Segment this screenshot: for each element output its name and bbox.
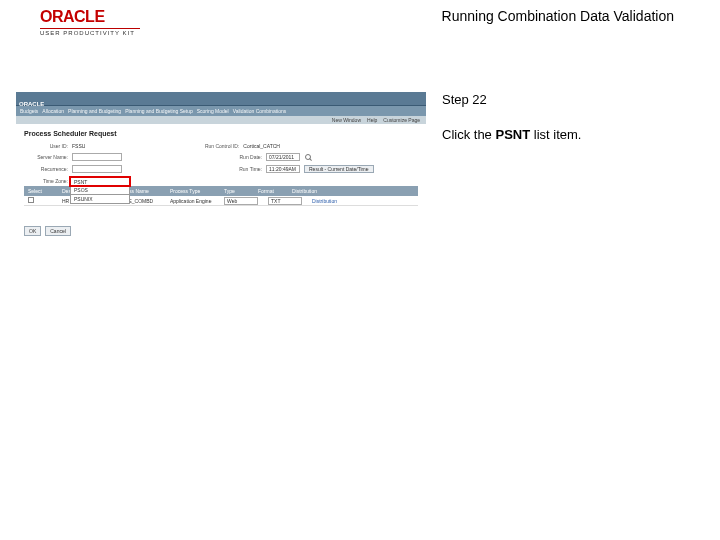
step-number: Step 22: [442, 92, 704, 107]
process-request-panel: Process Scheduler Request User ID: FSSU …: [16, 124, 426, 242]
crumb[interactable]: Planning and Budgeting Setup: [125, 108, 193, 114]
server-name-dropdown[interactable]: [72, 153, 122, 161]
new-window-link[interactable]: New Window: [332, 117, 361, 123]
calendar-icon[interactable]: [305, 154, 311, 160]
server-name-label: Server Name:: [24, 154, 68, 160]
ok-button[interactable]: OK: [24, 226, 41, 236]
instruction-suffix: list item.: [530, 127, 581, 142]
cancel-button[interactable]: Cancel: [45, 226, 71, 236]
app-header-bar: ORACLE: [16, 92, 426, 106]
upk-subtitle: USER PRODUCTIVITY KIT: [40, 30, 140, 36]
crumb[interactable]: Allocation: [42, 108, 64, 114]
oracle-mini-logo: ORACLE: [16, 101, 44, 107]
upk-logo: ORACLE USER PRODUCTIVITY KIT: [40, 8, 140, 36]
col-process-type: Process Type: [170, 188, 214, 194]
instruction-panel: Step 22 Click the PSNT list item.: [442, 92, 704, 242]
dropdown-item-psos[interactable]: PSOS: [70, 186, 130, 195]
utility-links: New Window Help Customize Page: [16, 116, 426, 124]
col-format: Format: [258, 188, 282, 194]
instruction-prefix: Click the: [442, 127, 495, 142]
run-date-label: Run Date:: [218, 154, 262, 160]
panel-title: Process Scheduler Request: [24, 130, 418, 137]
timezone-label: Time Zone:: [24, 178, 68, 184]
run-date-input[interactable]: 07/21/2011: [266, 153, 300, 161]
run-control-value: Cortical_CATCH: [243, 143, 280, 149]
logo-underline: [40, 28, 140, 29]
run-time-input[interactable]: 11:20:49AM: [266, 165, 300, 173]
recurrence-dropdown[interactable]: [72, 165, 122, 173]
row-format-select[interactable]: TXT: [268, 197, 302, 205]
embedded-app-screenshot: ORACLE Budgets Allocation Planning and B…: [16, 92, 426, 242]
row-type-select[interactable]: Web: [224, 197, 258, 205]
run-control-label: Run Control ID:: [195, 143, 239, 149]
help-link[interactable]: Help: [367, 117, 377, 123]
run-time-label: Run Time:: [218, 166, 262, 172]
dropdown-item-psunix[interactable]: PSUNIX: [70, 195, 130, 204]
customize-link[interactable]: Customize Page: [383, 117, 420, 123]
reset-time-button[interactable]: Result - Current Date/Time: [304, 165, 374, 173]
crumb[interactable]: Validation Combinations: [233, 108, 287, 114]
row-distribution-link[interactable]: Distribution: [312, 198, 356, 204]
breadcrumb-bar: Budgets Allocation Planning and Budgetin…: [16, 106, 426, 116]
row-checkbox[interactable]: [28, 197, 34, 203]
step-instruction: Click the PSNT list item.: [442, 127, 704, 144]
col-distribution: Distribution: [292, 188, 336, 194]
oracle-wordmark: ORACLE: [40, 8, 140, 26]
crumb[interactable]: Budgets: [20, 108, 38, 114]
crumb[interactable]: Planning and Budgeting: [68, 108, 121, 114]
server-dropdown-list: PSNT PSOS PSUNIX: [70, 177, 130, 204]
row-select-cell[interactable]: [28, 197, 52, 204]
crumb[interactable]: Scoring Model: [197, 108, 229, 114]
user-id-label: User ID:: [24, 143, 68, 149]
row-process-type: Application Engine: [170, 198, 214, 204]
instruction-target: PSNT: [495, 127, 530, 142]
dropdown-item-psnt[interactable]: PSNT: [70, 177, 130, 186]
page-title: Running Combination Data Validation: [442, 8, 674, 24]
recurrence-label: Recurrence:: [24, 166, 68, 172]
user-id-value: FSSU: [72, 143, 85, 149]
col-type: Type: [224, 188, 248, 194]
col-select: Select: [28, 188, 52, 194]
